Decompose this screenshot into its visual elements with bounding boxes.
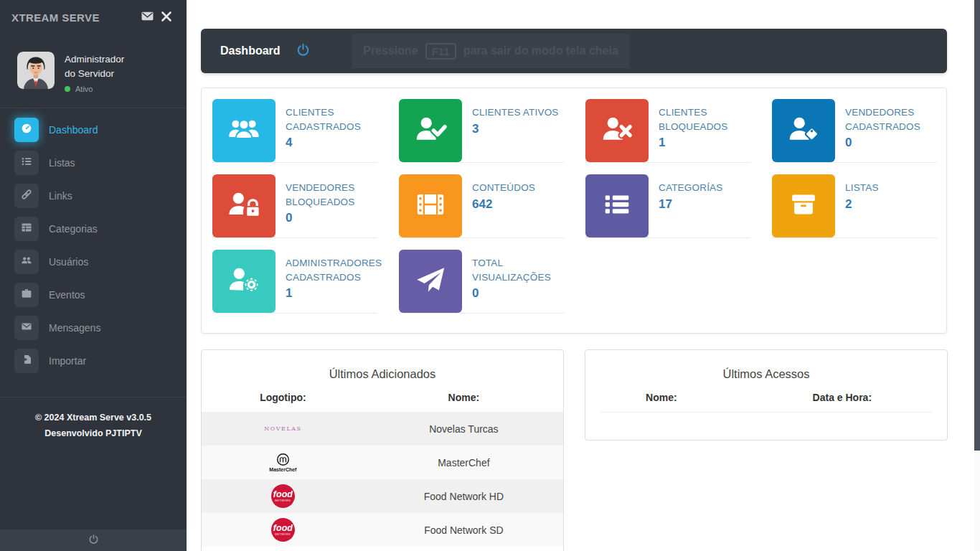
stat-value: 3 (472, 122, 559, 136)
menu-item[interactable]: Usuários (0, 245, 187, 278)
brand: XTREAM SERVE (11, 11, 137, 24)
name-cell: Novelas Turcas (364, 423, 563, 435)
panel-title: Últimos Acessos (585, 350, 947, 381)
stat-label: CONTEÚDOS (472, 181, 535, 195)
menu-item[interactable]: Mensagens (0, 311, 187, 344)
recent-added-panel: Últimos Adicionados Logotipo: Nome: NOVE… (201, 349, 564, 551)
stat-card: CATEGORÍAS 17 (585, 174, 750, 238)
stat-label: LISTAS (845, 181, 879, 195)
developer-text: Desenvolvido PJTIPTV (0, 425, 187, 442)
column-label-nome: Nome: (364, 392, 563, 403)
stat-value: 17 (659, 197, 723, 212)
menu-item[interactable]: Importar (0, 344, 187, 377)
name-cell: MasterChef (364, 457, 563, 468)
main-content: Dashboard Pressione F11 para sair do mod… (187, 0, 980, 551)
stat-icon-box (212, 250, 275, 313)
menu-item-label: Categorias (49, 223, 98, 235)
stat-icon-box (772, 99, 835, 162)
logo-cell: food food food network (202, 518, 364, 542)
sidebar-footer: © 2024 Xtream Serve v3.0.5 Desenvolvido … (0, 397, 187, 442)
fullscreen-toast: Pressione F11 para sair do modo tela che… (352, 34, 630, 68)
stat-icon-box (212, 99, 275, 162)
stat-card: CLIENTES CADASTRADOS 4 (212, 99, 377, 163)
user-status: Ativo (65, 85, 124, 93)
sidebar: XTREAM SERVE Administrado (0, 0, 187, 551)
stat-label: TOTAL VISUALIZAÇÕES (472, 256, 561, 284)
food-network-logo: food network (271, 484, 295, 508)
stat-icon-box (399, 174, 462, 237)
divider (601, 412, 931, 413)
menu-item-label: Eventos (49, 289, 85, 301)
user-name: Administrador do Servidor (65, 52, 124, 82)
stat-value: 0 (286, 211, 374, 225)
scrollbar-thumb[interactable] (974, 0, 980, 451)
menu-item-label: Links (49, 190, 72, 202)
stat-value: 0 (472, 286, 561, 301)
envelope-icon (140, 10, 155, 24)
stat-value: 1 (659, 136, 748, 150)
f11-key: F11 (425, 43, 456, 60)
table-row: food food food network Food Network HD (202, 479, 563, 513)
stat-card: TOTAL VISUALIZAÇÕES 0 (399, 250, 564, 314)
stat-icon-box (212, 174, 275, 237)
stat-value: 4 (286, 136, 374, 150)
topbar-power-button[interactable] (296, 43, 310, 59)
stat-card: VENDEDORES CADASTRADOS 0 (772, 99, 937, 163)
stat-value: 642 (472, 197, 535, 212)
menu-item[interactable]: Eventos (0, 278, 187, 311)
logo-cell: NOVELAS NOVELAS NOVELAS (202, 425, 364, 432)
file-import-icon (21, 354, 32, 368)
menu-item[interactable]: Listas (0, 146, 187, 179)
sidebar-header: XTREAM SERVE (0, 0, 187, 34)
stats-grid: CLIENTES CADASTRADOS 4 CLIENTES ATIVOS 3 (202, 88, 946, 314)
film-icon (414, 188, 447, 224)
column-label-nome: Nome: (585, 392, 738, 403)
masterchef-logo: MasterChef (269, 453, 296, 472)
food-network-logo: food network (271, 518, 295, 542)
users-group-icon (227, 113, 260, 149)
user-lock-icon (227, 188, 260, 224)
power-button[interactable] (0, 529, 187, 551)
table-header: Logotipo: Nome: (202, 392, 563, 412)
messages-button[interactable] (137, 7, 158, 27)
menu-item-label: Importar (49, 355, 86, 367)
sidebar-menu: Dashboard Listas Links Categorias Usuári… (0, 108, 187, 377)
close-sidebar-button[interactable] (158, 8, 175, 27)
stat-icon-box (399, 99, 462, 162)
link-icon (21, 189, 32, 203)
stat-card: CONTEÚDOS 642 (399, 174, 564, 238)
recent-access-panel: Últimos Acessos Nome: Data e Hora: (585, 349, 948, 441)
panel-title: Últimos Adicionados (202, 350, 563, 381)
table-row: NOVELAS NOVELAS NOVELAS Novelas Turcas (202, 412, 563, 446)
name-cell: Food Network HD (364, 491, 563, 502)
stat-card: CLIENTES ATIVOS 3 (399, 99, 564, 163)
menu-item-label: Usuários (49, 256, 88, 268)
stat-icon-box (585, 99, 649, 162)
toast-text-suffix: para sair do modo tela cheia (463, 44, 618, 57)
stat-label: CATEGORÍAS (659, 181, 723, 195)
list-icon (21, 156, 32, 170)
table-header: Nome: Data e Hora: (585, 392, 947, 412)
box-icon (787, 188, 820, 224)
user-profile: Administrador do Servidor Ativo (17, 52, 187, 93)
menu-item[interactable]: Links (0, 179, 187, 212)
user-gear-icon (227, 263, 260, 299)
user-check-icon (414, 113, 447, 149)
stat-value: 0 (845, 136, 934, 150)
list-ul-icon (600, 188, 633, 224)
stat-label: VENDEDORES BLOQUEADOS (286, 181, 374, 209)
menu-item-label: Mensagens (49, 322, 100, 334)
menu-item-label: Dashboard (49, 124, 98, 136)
table-body: NOVELAS NOVELAS NOVELAS Novelas Turcas (202, 412, 563, 547)
status-dot (65, 86, 70, 92)
user-times-icon (600, 113, 633, 149)
paper-plane-icon (414, 263, 447, 299)
stat-card: ADMINISTRADORES CADASTRADOS 1 (212, 250, 377, 314)
briefcase-icon (21, 288, 32, 302)
name-cell: Food Network SD (364, 524, 563, 536)
menu-item[interactable]: Categorias (0, 212, 187, 245)
menu-item[interactable]: Dashboard (0, 113, 187, 146)
scrollbar[interactable] (974, 0, 980, 551)
stat-card: LISTAS 2 (772, 174, 937, 238)
envelope-icon (21, 321, 32, 335)
